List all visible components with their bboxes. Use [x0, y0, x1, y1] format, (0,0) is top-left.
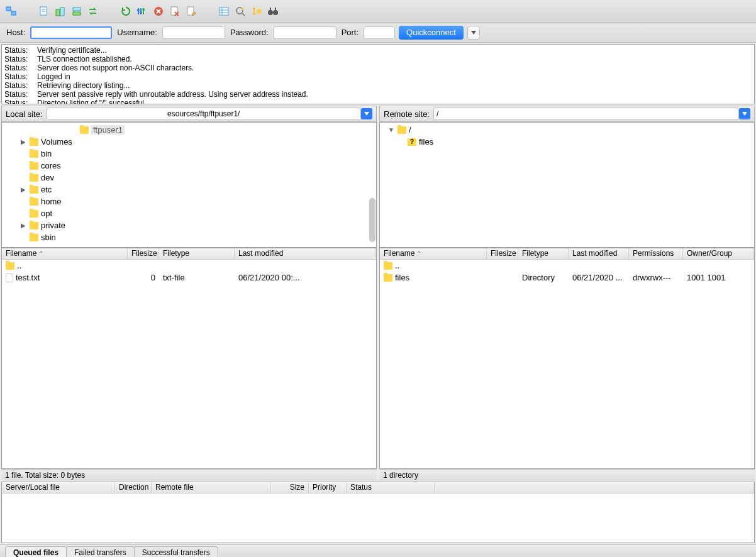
file-edit-icon[interactable]: [185, 5, 197, 18]
tab-queued[interactable]: Queued files: [5, 546, 67, 557]
scrollbar-thumb[interactable]: [369, 198, 375, 242]
tree-item[interactable]: ▶private: [2, 219, 376, 231]
tree-item[interactable]: ftpuser1: [2, 124, 376, 136]
col-server[interactable]: Server/Local file: [2, 482, 115, 493]
split-h-icon[interactable]: [70, 5, 83, 18]
folder-icon: [30, 210, 38, 218]
log-prefix: Status:: [4, 63, 33, 72]
col-priority[interactable]: Priority: [309, 482, 347, 493]
expand-caret[interactable]: ▶: [19, 186, 27, 193]
folder-icon: [30, 138, 38, 146]
folder-icon: [80, 126, 89, 134]
tree-item[interactable]: bin: [2, 148, 376, 160]
svg-rect-33: [270, 8, 271, 11]
tab-successful[interactable]: Successful transfers: [134, 546, 218, 557]
tree-item[interactable]: dev: [2, 172, 376, 184]
col-filesize[interactable]: Filesize: [128, 248, 159, 259]
local-path-dropdown-icon[interactable]: [361, 108, 372, 119]
tree-item[interactable]: ▶etc: [2, 184, 376, 196]
col-status[interactable]: Status: [347, 482, 435, 493]
col-filesize[interactable]: Filesize: [487, 248, 518, 259]
password-input[interactable]: [274, 26, 336, 39]
local-status: 1 file. Total size: 0 bytes: [1, 469, 377, 480]
tree-item[interactable]: cores: [2, 160, 376, 172]
cancel-icon[interactable]: [152, 5, 165, 18]
tree-item[interactable]: home: [2, 196, 376, 207]
col-direction[interactable]: Direction: [115, 482, 152, 493]
port-label: Port:: [340, 28, 360, 37]
svg-point-32: [273, 10, 278, 15]
local-path-input[interactable]: [47, 108, 361, 120]
expand-caret[interactable]: ▶: [19, 222, 27, 229]
remote-path-input[interactable]: [433, 108, 739, 120]
split-v-icon[interactable]: [54, 5, 67, 18]
password-label: Password:: [229, 28, 270, 37]
folder-icon: [384, 262, 392, 270]
remote-file-list[interactable]: Filename Filesize Filetype Last modified…: [379, 248, 755, 469]
local-file-list[interactable]: Filename Filesize Filetype Last modified…: [1, 248, 377, 469]
list-item[interactable]: ..: [2, 260, 376, 272]
remote-list-header: Filename Filesize Filetype Last modified…: [380, 248, 754, 260]
expand-caret[interactable]: ▼: [387, 126, 395, 133]
tree-item[interactable]: sbin: [2, 231, 376, 243]
tree-label: ftpuser1: [91, 125, 125, 135]
refresh-icon[interactable]: [120, 5, 132, 18]
search-icon[interactable]: [234, 5, 247, 18]
list-item[interactable]: filesDirectory06/21/2020 ...drwxrwx---10…: [380, 272, 754, 284]
col-owner[interactable]: Owner/Group: [683, 248, 754, 259]
remote-site-row: Remote site:: [379, 106, 755, 122]
tree-label: /: [409, 125, 411, 135]
col-filename[interactable]: Filename: [380, 248, 487, 259]
tree-label: files: [419, 137, 433, 146]
list-icon[interactable]: [218, 5, 230, 18]
tree-item[interactable]: ▼/: [380, 124, 754, 136]
port-input[interactable]: [364, 26, 395, 39]
col-filetype[interactable]: Filetype: [159, 248, 235, 259]
tree-label: etc: [41, 185, 52, 194]
quickconnect-button[interactable]: Quickconnect: [399, 26, 464, 40]
tab-failed[interactable]: Failed transfers: [66, 546, 135, 557]
doc-icon[interactable]: [38, 5, 50, 18]
binoculars-icon[interactable]: [267, 5, 279, 18]
remote-tree[interactable]: ▼/?files: [379, 122, 755, 248]
filter-icon[interactable]: [136, 5, 148, 18]
site-manager-icon[interactable]: [5, 5, 18, 18]
tree-item[interactable]: opt: [2, 207, 376, 219]
folder-icon: [30, 162, 38, 170]
remote-path-dropdown-icon[interactable]: [739, 108, 750, 119]
file-remove-icon[interactable]: [169, 5, 181, 18]
folder-icon: [397, 126, 406, 134]
list-item[interactable]: test.txt0txt-file06/21/2020 00:...: [2, 272, 376, 284]
local-pane: Local site: ftpuser1▶Volumesbincoresdev▶…: [1, 106, 377, 480]
expand-caret[interactable]: ▶: [19, 138, 27, 145]
quickconnect-history-dropdown[interactable]: [467, 26, 480, 40]
svg-point-13: [137, 9, 140, 11]
compare-icon[interactable]: [250, 5, 263, 18]
username-input[interactable]: [162, 26, 225, 39]
col-filename[interactable]: Filename: [2, 248, 128, 259]
tree-item[interactable]: ▶Volumes: [2, 136, 376, 148]
swap-icon[interactable]: [87, 5, 99, 18]
local-tree[interactable]: ftpuser1▶Volumesbincoresdev▶etchomeopt▶p…: [1, 122, 377, 248]
col-filetype[interactable]: Filetype: [518, 248, 569, 259]
log-prefix: Status:: [4, 81, 33, 90]
folder-icon: [30, 198, 38, 206]
message-log[interactable]: Status:Verifying certificate...Status:TL…: [1, 44, 755, 104]
col-remote[interactable]: Remote file: [152, 482, 271, 493]
folder-icon: [30, 150, 38, 158]
queue-body[interactable]: [2, 494, 754, 543]
col-permissions[interactable]: Permissions: [629, 248, 683, 259]
tree-item[interactable]: ?files: [380, 136, 754, 148]
tree-label: cores: [41, 161, 61, 170]
col-lastmod[interactable]: Last modified: [569, 248, 629, 259]
tree-label: bin: [41, 149, 52, 158]
local-site-label: Local site:: [6, 109, 43, 119]
svg-point-14: [140, 11, 142, 14]
remote-site-label: Remote site:: [384, 109, 430, 119]
file-icon: [6, 273, 13, 282]
host-input[interactable]: [30, 26, 112, 39]
list-item[interactable]: ..: [380, 260, 754, 272]
svg-point-15: [142, 8, 145, 11]
col-lastmod[interactable]: Last modified: [235, 248, 376, 259]
col-size[interactable]: Size: [271, 482, 309, 493]
